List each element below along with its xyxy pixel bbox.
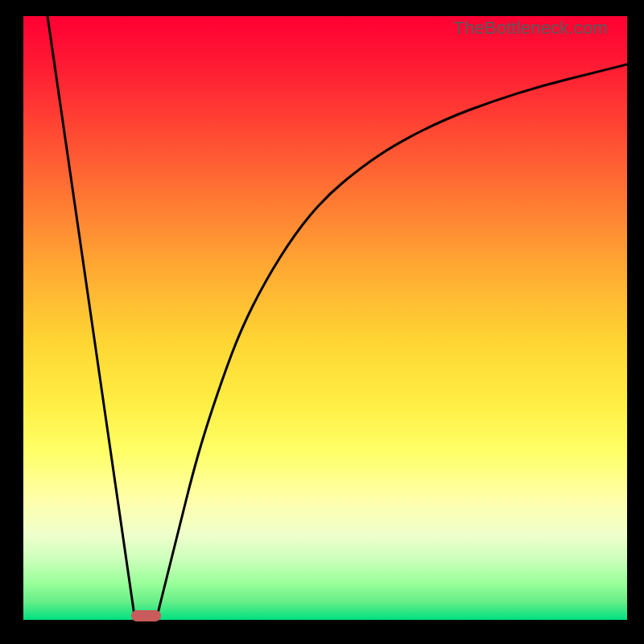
chart-container: TheBottleneck.com xyxy=(0,0,644,644)
curve-svg xyxy=(23,16,627,620)
plot-area: TheBottleneck.com xyxy=(23,16,627,620)
left-line-path xyxy=(47,16,135,620)
right-curve-path xyxy=(156,64,627,620)
bottleneck-marker xyxy=(131,610,162,621)
